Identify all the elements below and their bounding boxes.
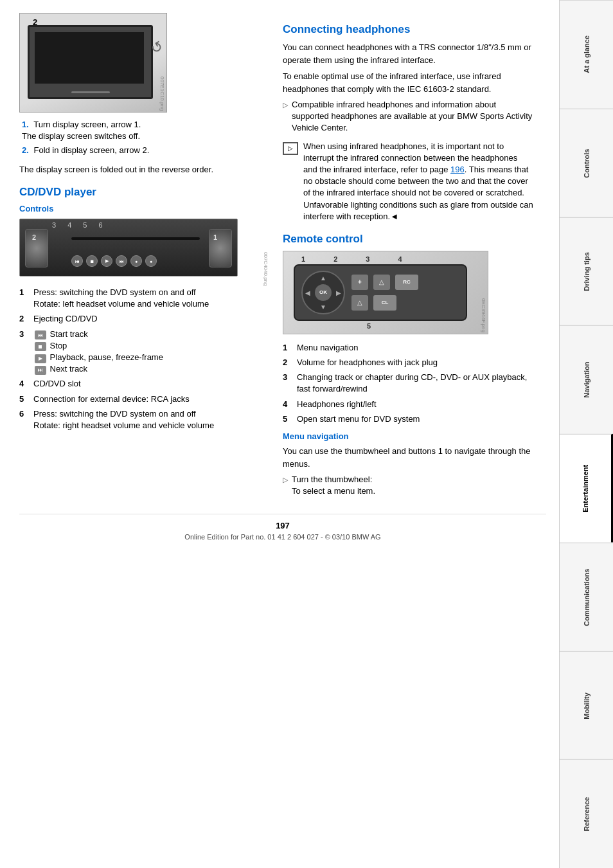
cdvd-slot	[71, 237, 200, 240]
note-icon	[283, 142, 298, 155]
icon-start: ⏮	[35, 330, 46, 339]
remote-item-3: 3 Changing track or chapter during CD-, …	[283, 372, 533, 395]
page-footer: 197 Online Edition for Part no. 01 41 2 …	[19, 514, 546, 541]
ok-button[interactable]: OK	[315, 284, 332, 301]
cdvd-items-list: 1 Press: switching the DVD system on and…	[19, 287, 270, 431]
sidebar-tab-reference[interactable]: Reference	[560, 759, 613, 868]
btn-prev: ⏮	[71, 255, 83, 267]
cl-btn[interactable]: CL	[373, 295, 396, 311]
sidebar-tab-driving-tips[interactable]: Driving tips	[560, 217, 613, 326]
btn-c2: ●	[145, 255, 157, 267]
menu-nav-bullet: ▷ Turn the thumbwheel:To select a menu i…	[283, 474, 533, 497]
cdvd-item-5: 5 Connection for external device: RCA ja…	[19, 393, 270, 405]
cdvd-section-title: CD/DVD player	[19, 186, 270, 199]
right-column: Connecting headphones You can connect he…	[283, 13, 533, 501]
cdvd-item-6: 6 Press: switching the DVD system on and…	[19, 408, 270, 431]
menu-navigation-subtitle: Menu navigation	[283, 431, 533, 441]
image-ref: 007E1C10.png	[159, 77, 165, 111]
remote-items-list: 1 Menu navigation 2 Volume for headphone…	[283, 342, 533, 425]
step-1: 1. Turn display screen, arrow 1. The dis…	[19, 119, 270, 142]
page-number: 197	[19, 521, 546, 530]
remote-item-5: 5 Open start menu for DVD system	[283, 413, 533, 425]
sidebar-tab-at-a-glance[interactable]: At a glance	[560, 0, 613, 109]
bullet-arrow-icon: ▷	[283, 100, 288, 134]
btn-play: ▶	[101, 255, 112, 267]
cdvd-image-ref: 007C4040.png	[263, 252, 269, 286]
menu-nav-para: You can use the thumbwheel and buttons 1…	[283, 445, 533, 470]
remote-item-4: 4 Headphones right/left	[283, 399, 533, 410]
step-1-main: Turn display screen, arrow 1. The displa…	[22, 120, 141, 141]
cdvd-knob-left: 2	[25, 229, 48, 267]
triangle-btn[interactable]: △	[373, 275, 390, 290]
cdvd-item-2: 2 Ejecting CD/DVD	[19, 313, 270, 325]
remote-num-5-label: 5	[367, 322, 371, 330]
sidebar-tab-mobility[interactable]: Mobility	[560, 651, 613, 760]
cdvd-image-box: 2 3456 ⏮ ⏹ ▶	[19, 219, 238, 276]
sidebar-tab-entertainment[interactable]: Entertainment	[560, 434, 613, 543]
sidebar: At a glance Controls Driving tips Naviga…	[559, 0, 613, 868]
reverse-order-note: The display screen is folded out in the …	[19, 163, 270, 176]
remote-control-title: Remote control	[283, 233, 533, 246]
remote-image-ref: 0EC3944F.png	[481, 298, 486, 332]
ch-note-box: When using infrared headphones, it is im…	[283, 141, 533, 222]
page-ref-196[interactable]: 196	[450, 165, 465, 174]
btn-stop: ⏹	[86, 255, 98, 267]
icon-next: ⏭	[35, 366, 46, 375]
cdvd-item-3: 3 ⏮ Start track ⏹ Stop ▶ Playback, pause…	[19, 329, 270, 375]
cdvd-top-numbers: 3456	[52, 221, 103, 229]
connecting-headphones-title: Connecting headphones	[283, 23, 533, 36]
controls-subtitle: Controls	[19, 204, 270, 213]
plus-btn[interactable]: +	[351, 275, 368, 290]
remote-item-1: 1 Menu navigation	[283, 342, 533, 354]
btn-next: ⏭	[116, 255, 127, 267]
cdvd-knob-right: 1	[209, 229, 232, 267]
sidebar-tab-controls[interactable]: Controls	[560, 109, 613, 217]
sidebar-tab-communications[interactable]: Communications	[560, 543, 613, 651]
cdvd-controls-image: 2 3456 ⏮ ⏹ ▶	[19, 219, 270, 276]
cdvd-item-1: 1 Press: switching the DVD system on and…	[19, 287, 270, 310]
ch-bullet1: ▷ Compatible infrared headphones and inf…	[283, 99, 533, 134]
left-column: 2 1 ↺ 007E1C10.png 1.	[19, 13, 270, 501]
btn-c1: ●	[130, 255, 142, 267]
ch-note-text: When using infrared headphones, it is im…	[303, 141, 533, 222]
ch-para2: To enable optimal use of the infrared in…	[283, 70, 533, 95]
remote-item-2: 2 Volume for headphones with jack plug	[283, 357, 533, 368]
sidebar-tab-navigation[interactable]: Navigation	[560, 325, 613, 434]
icon-play: ▶	[35, 354, 46, 363]
step-2: 2. Fold in display screen, arrow 2.	[19, 145, 270, 156]
ch-para1: You can connect headphones with a TRS co…	[283, 41, 533, 66]
bullet-arrow-2-icon: ▷	[283, 475, 288, 497]
remote-control-image: 1234 ▲ ▼ ◀ ▶ OK	[283, 251, 488, 334]
rc-btn[interactable]: RC	[395, 275, 418, 290]
cdvd-item-4: 4 CD/DVD slot	[19, 378, 270, 390]
device-image: 2 1 ↺ 007E1C10.png	[19, 13, 167, 113]
cdvd-buttons-row: ⏮ ⏹ ▶ ⏭ ● ●	[71, 255, 157, 267]
footer-text: Online Edition for Part no. 01 41 2 604 …	[19, 533, 546, 541]
icon-stop: ⏹	[35, 342, 46, 351]
steps-list: 1. Turn display screen, arrow 1. The dis…	[19, 119, 270, 157]
end-mark: ◄	[390, 212, 398, 221]
triangle-down-btn[interactable]: △	[351, 295, 368, 311]
